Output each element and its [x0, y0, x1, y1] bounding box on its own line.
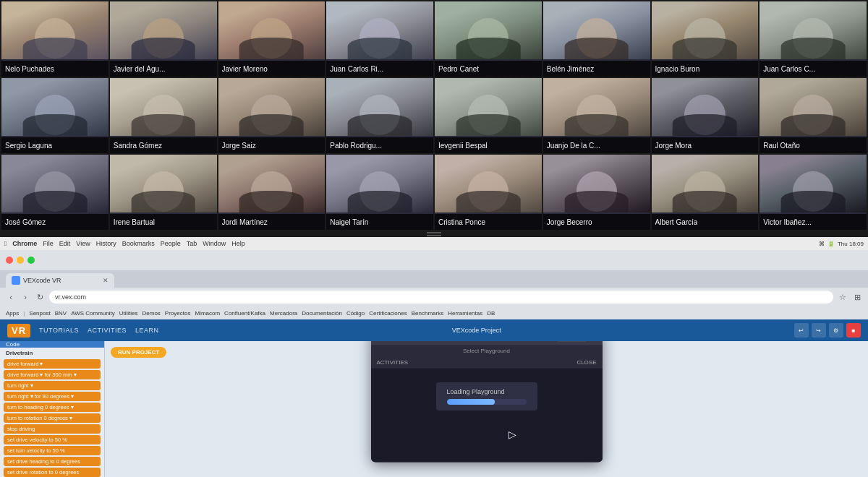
video-cell-r1c5[interactable]: Pedro Canet — [435, 1, 542, 77]
extension-icon[interactable]: ⊞ — [852, 292, 862, 302]
video-cell-r1c4[interactable]: Juan Carlos Ri... — [326, 1, 433, 77]
bookmark-confluent[interactable]: Confluent/Kafka — [224, 310, 265, 317]
block-drive-forward[interactable]: drive forward ▾ — [4, 359, 101, 369]
bookmark-bench[interactable]: Benchmarks — [412, 310, 443, 317]
video-cell-r1c8[interactable]: Juan Carlos C... — [760, 1, 867, 77]
block-drive-forward-dist[interactable]: drive forward ▾ for 300 mm ▾ — [4, 370, 101, 379]
video-cell-r2c2[interactable]: Sandra Gómez — [110, 78, 217, 153]
bookmark-demos[interactable]: Demos — [142, 310, 161, 317]
video-cell-r1c6[interactable]: Belén Jiménez — [543, 1, 650, 77]
menu-chrome[interactable]: Chrome — [12, 240, 37, 247]
forward-button[interactable]: › — [20, 292, 30, 302]
nav-tutorials[interactable]: TUTORIALS — [39, 327, 79, 334]
settings-button[interactable]: ⚙ — [829, 323, 843, 338]
dialog-activities-btn[interactable]: ACTIVITIES — [377, 359, 409, 366]
bookmark-bnv[interactable]: BNV — [55, 310, 67, 317]
project-title: VEXcode Project — [452, 327, 501, 334]
video-cell-r3c3[interactable]: Jordi Martínez — [218, 155, 326, 230]
video-cell-r2c5[interactable]: Ievgenii Bespal — [435, 78, 542, 153]
undo-button[interactable]: ↩ — [794, 323, 809, 338]
bookmark-senpost[interactable]: Senpost — [29, 310, 50, 317]
loading-overlay: Loading Playground — [436, 382, 537, 411]
video-cell-r3c6[interactable]: Jorge Becerro — [543, 155, 650, 230]
bookmark-codigo[interactable]: Código — [346, 310, 365, 317]
block-turn-degrees[interactable]: turn right ▾ for 90 degrees ▾ — [4, 392, 101, 401]
video-cell-r2c8[interactable]: Raul Otaño — [760, 78, 867, 153]
menubar-right: ⌘ 🔋 Thu 18:09 — [819, 241, 864, 247]
back-button[interactable]: ‹ — [6, 292, 16, 302]
block-drive-velocity[interactable]: set drive velocity to 50 % — [4, 435, 101, 444]
vexcode-canvas[interactable]: RUN PROJECT EXPAND VEX ACTIVITIES Grid M… — [105, 341, 868, 477]
block-turn-velocity[interactable]: set turn velocity to 50 % — [4, 446, 101, 455]
menu-help[interactable]: Help — [231, 240, 245, 247]
window-traffic-lights — [6, 257, 35, 264]
resize-divider[interactable] — [0, 231, 868, 237]
block-turn-right[interactable]: turn right ▾ — [4, 381, 101, 390]
video-cell-r3c5[interactable]: Cristina Ponce — [435, 155, 542, 230]
loading-bar — [447, 399, 495, 405]
participant-name-r3c7: Albert García — [655, 218, 698, 226]
dialog-close-btn2[interactable]: CLOSE — [576, 359, 596, 366]
close-window-button[interactable] — [6, 257, 13, 264]
video-cell-r3c7[interactable]: Albert García — [652, 155, 759, 230]
bookmark-docs[interactable]: Documentación — [302, 310, 342, 317]
menu-edit[interactable]: Edit — [59, 240, 71, 247]
participant-name-r2c8: Raul Otaño — [763, 142, 800, 150]
bookmark-proyectos[interactable]: Proyectos — [165, 310, 191, 317]
video-cell-r2c4[interactable]: Pablo Rodrigu... — [326, 78, 433, 153]
block-drive-heading[interactable]: set drive heading to 0 degrees — [4, 457, 101, 466]
minimize-window-button[interactable] — [17, 257, 24, 264]
run-stop-button[interactable]: ■ — [846, 323, 861, 338]
participant-name-r3c8: Victor Ibañez... — [763, 218, 812, 226]
screen-share-area:  Chrome File Edit View History Bookmark… — [0, 237, 868, 477]
bookmark-db[interactable]: DB — [487, 310, 495, 317]
reload-button[interactable]: ↻ — [35, 292, 45, 302]
participant-name-r1c5: Pedro Canet — [438, 65, 479, 73]
bookmark-herr[interactable]: Herramientas — [448, 310, 482, 317]
apple-logo[interactable]:  — [4, 240, 7, 247]
category-drivetrain[interactable]: Drivetrain — [0, 348, 104, 358]
bookmark-utilities[interactable]: Utilities — [119, 310, 138, 317]
bookmark-aws[interactable]: AWS Community — [71, 310, 115, 317]
video-cell-r3c2[interactable]: Irene Bartual — [110, 155, 217, 230]
maximize-window-button[interactable] — [27, 257, 35, 264]
participant-name-r3c5: Cristina Ponce — [438, 218, 485, 226]
run-project-button[interactable]: RUN PROJECT — [111, 347, 166, 358]
menu-bookmarks[interactable]: Bookmarks — [122, 240, 155, 247]
block-turn-heading[interactable]: turn to heading 0 degrees ▾ — [4, 403, 101, 412]
url-bar[interactable]: vr.vex.com — [49, 291, 833, 304]
video-cell-r2c1[interactable]: Sergio Laguna — [1, 78, 109, 153]
browser-tab-vexcode[interactable]: VEXcode VR ✕ — [6, 273, 114, 288]
block-stop-driving[interactable]: stop driving — [4, 424, 101, 434]
mouse-cursor: ▷ — [509, 429, 514, 434]
bookmark-apps[interactable]: Apps — [6, 310, 19, 317]
bookmark-certs[interactable]: Certificaciones — [369, 310, 407, 317]
bookmark-star[interactable]: ☆ — [838, 292, 848, 302]
redo-button[interactable]: ↪ — [812, 323, 826, 338]
nav-learn[interactable]: LEARN — [135, 327, 159, 334]
participant-name-r1c4: Juan Carlos Ri... — [330, 65, 383, 73]
menu-tab[interactable]: Tab — [187, 240, 197, 247]
video-cell-r1c7[interactable]: Ignacio Buron — [652, 1, 759, 77]
menu-view[interactable]: View — [76, 240, 90, 247]
block-turn-rotation[interactable]: turn to rotation 0 degrees ▾ — [4, 413, 101, 423]
video-cell-r2c6[interactable]: Juanjo De la C... — [543, 78, 650, 153]
tab-close-button[interactable]: ✕ — [103, 277, 109, 284]
video-cell-r1c2[interactable]: Javier del Águ... — [110, 1, 217, 77]
bookmark-mercadora[interactable]: Mercadora — [270, 310, 297, 317]
video-cell-r3c8[interactable]: Victor Ibañez... — [760, 155, 867, 230]
video-cell-r2c7[interactable]: Jorge Mora — [652, 78, 759, 153]
video-cell-r3c1[interactable]: José Gómez — [1, 155, 109, 230]
video-cell-r3c4[interactable]: Naigel Tarín — [326, 155, 433, 230]
code-tab[interactable]: Code — [6, 341, 20, 348]
menu-people[interactable]: People — [161, 240, 181, 247]
bookmark-mimacom[interactable]: Mimacom — [195, 310, 220, 317]
video-cell-r1c1[interactable]: Nelo Puchades — [1, 1, 109, 77]
menu-history[interactable]: History — [96, 240, 116, 247]
video-cell-r2c3[interactable]: Jorge Saiz — [218, 78, 326, 153]
menu-file[interactable]: File — [43, 240, 54, 247]
block-drive-rotation[interactable]: set drive rotation to 0 degrees — [4, 468, 101, 477]
video-cell-r1c3[interactable]: Javier Moreno — [218, 1, 326, 77]
nav-activities[interactable]: ACTIVITIES — [88, 327, 127, 334]
menu-window[interactable]: Window — [203, 240, 226, 247]
